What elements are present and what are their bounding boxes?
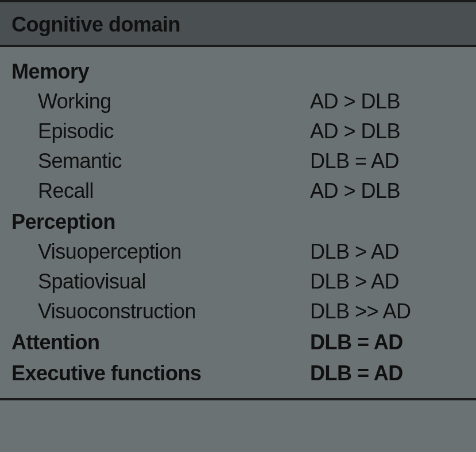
cognitive-domain-table: Cognitive domain Memory Working AD > DLB… xyxy=(0,0,476,452)
sub-label: Visuoperception xyxy=(11,240,310,264)
table-header-label: Cognitive domain xyxy=(11,13,465,37)
sub-label: Visuoconstruction xyxy=(11,299,310,324)
sub-value: AD > DLB xyxy=(310,89,465,114)
section-row-attention: Attention DLB = AD xyxy=(11,330,465,354)
sub-row: Episodic AD > DLB xyxy=(11,119,465,143)
sub-label: Episodic xyxy=(11,119,310,143)
table-body: Memory Working AD > DLB Episodic AD > DL… xyxy=(0,47,476,400)
sub-value: AD > DLB xyxy=(310,179,465,203)
sub-row: Spatiovisual DLB > AD xyxy=(11,270,465,294)
section-row-memory: Memory xyxy=(11,60,465,84)
section-label: Perception xyxy=(11,210,310,234)
section-label: Memory xyxy=(11,60,310,84)
sub-row: Visuoconstruction DLB >> AD xyxy=(11,299,465,324)
section-row-executive-functions: Executive functions DLB = AD xyxy=(11,361,465,385)
sub-value: DLB > AD xyxy=(310,270,465,294)
sub-value: DLB > AD xyxy=(310,240,465,264)
sub-value: AD > DLB xyxy=(310,119,465,143)
section-row-perception: Perception xyxy=(11,210,465,234)
sub-row: Recall AD > DLB xyxy=(11,179,465,203)
sub-row: Visuoperception DLB > AD xyxy=(11,240,465,264)
sub-label: Semantic xyxy=(11,149,310,173)
section-label: Executive functions xyxy=(11,361,310,385)
section-label: Attention xyxy=(11,330,310,354)
sub-row: Working AD > DLB xyxy=(11,89,465,114)
section-value: DLB = AD xyxy=(310,330,465,354)
section-value: DLB = AD xyxy=(310,361,465,385)
sub-value: DLB = AD xyxy=(310,149,465,173)
sub-value: DLB >> AD xyxy=(310,299,465,324)
sub-label: Working xyxy=(11,89,310,114)
sub-row: Semantic DLB = AD xyxy=(11,149,465,173)
table-header-row: Cognitive domain xyxy=(0,0,476,47)
sub-label: Recall xyxy=(11,179,310,203)
sub-label: Spatiovisual xyxy=(11,270,310,294)
